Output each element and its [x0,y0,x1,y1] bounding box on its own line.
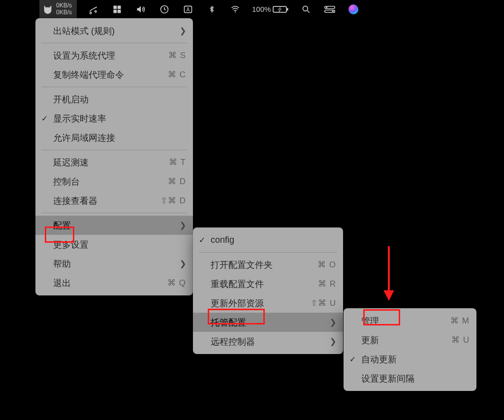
menu-item-latency[interactable]: 延迟测速⌘ T [35,153,193,172]
menu-item-console[interactable]: 控制台⌘ D [35,172,193,191]
main-menu: 出站模式 (规则)❯ 设置为系统代理⌘ S 复制终端代理命令⌘ C 开机启动 ✓… [35,18,193,295]
cat-icon [42,4,53,15]
svg-rect-1 [118,5,121,9]
annotation-box-managed [208,309,265,324]
skate-icon[interactable] [87,0,100,18]
menu-item-set-proxy[interactable]: 设置为系统代理⌘ S [35,46,193,65]
windows-icon[interactable] [110,0,124,18]
siri-icon[interactable] [346,0,360,18]
chevron-right-icon: ❯ [180,26,186,35]
shortcut: ⌘ T [169,157,186,167]
svg-point-7 [235,11,236,12]
menu-item-reload[interactable]: 重载配置文件⌘ R [193,274,343,293]
svg-point-10 [303,6,308,11]
svg-point-14 [332,10,334,12]
battery-charging-icon [273,5,289,14]
svg-marker-16 [384,291,394,300]
svg-rect-9 [287,8,288,10]
annotation-box-config [45,226,74,243]
svg-rect-0 [114,5,117,9]
macos-menubar: 0KB/s 0KB/s A 100% [0,0,504,18]
bluetooth-icon[interactable] [205,0,219,18]
menu-separator [41,43,187,43]
menu-item-remote[interactable]: 远程控制器❯ [193,332,343,351]
svg-text:A: A [187,7,190,12]
menu-separator [41,150,187,150]
chevron-right-icon: ❯ [330,318,336,327]
menu-separator [41,213,187,213]
check-icon: ✓ [349,355,356,364]
speed-readout: 0KB/s 0KB/s [56,2,72,15]
svg-rect-3 [118,9,121,13]
menu-separator [199,252,337,253]
config-submenu: ✓config 打开配置文件夹⌘ O 重载配置文件⌘ R 更新外部资源⇧⌘ U … [193,227,343,354]
chevron-right-icon: ❯ [330,337,336,346]
menu-item-update[interactable]: 更新⌘ U [344,330,476,350]
check-icon: ✓ [41,114,48,123]
menu-item-auto-update[interactable]: ✓自动更新 [344,350,476,369]
shortcut: ⌘ D [168,176,186,187]
clock-icon[interactable] [158,0,171,18]
shortcut: ⌘ M [450,316,470,326]
battery-percent: 100% [252,5,271,13]
search-icon[interactable] [299,0,313,18]
menu-item-connections[interactable]: 连接查看器⇧⌘ D [35,191,193,210]
input-source-icon[interactable]: A [181,0,195,18]
shortcut: ⌘ U [451,335,470,345]
battery-status[interactable]: 100% [252,5,289,14]
menubar-app-icon[interactable]: 0KB/s 0KB/s [39,0,77,18]
menu-separator [41,87,187,87]
menu-item-config-name[interactable]: ✓config [193,230,343,250]
wifi-icon[interactable] [228,0,242,18]
shortcut: ⌘ Q [167,278,186,288]
shortcut: ⌘ C [168,69,186,80]
shortcut: ⇧⌘ U [311,298,336,308]
menu-item-show-speed[interactable]: ✓显示实时速率 [35,109,193,128]
shortcut: ⌘ O [317,259,336,270]
volume-icon[interactable] [134,0,148,18]
svg-point-12 [326,6,328,8]
shortcut: ⌘ R [318,279,336,289]
shortcut: ⌘ S [168,50,186,61]
menu-item-outbound[interactable]: 出站模式 (规则)❯ [35,21,193,40]
check-icon: ✓ [199,235,205,245]
speed-up: 0KB/s [56,2,72,9]
annotation-box-manage [363,309,400,325]
speed-down: 0KB/s [56,9,72,16]
menu-item-help[interactable]: 帮助❯ [35,254,193,273]
control-center-icon[interactable] [323,0,337,18]
menu-item-allow-lan[interactable]: 允许局域网连接 [35,128,193,147]
annotation-arrow [381,244,396,303]
menu-item-startup[interactable]: 开机启动 [35,90,193,109]
menu-item-interval[interactable]: 设置更新间隔 [344,369,476,388]
menu-item-quit[interactable]: 退出⌘ Q [35,273,193,292]
chevron-right-icon: ❯ [180,259,186,268]
menu-item-open-folder[interactable]: 打开配置文件夹⌘ O [193,255,343,274]
menu-item-copy-cmd[interactable]: 复制终端代理命令⌘ C [35,65,193,84]
chevron-right-icon: ❯ [180,221,186,230]
shortcut: ⇧⌘ D [160,195,186,206]
svg-rect-2 [114,9,117,13]
